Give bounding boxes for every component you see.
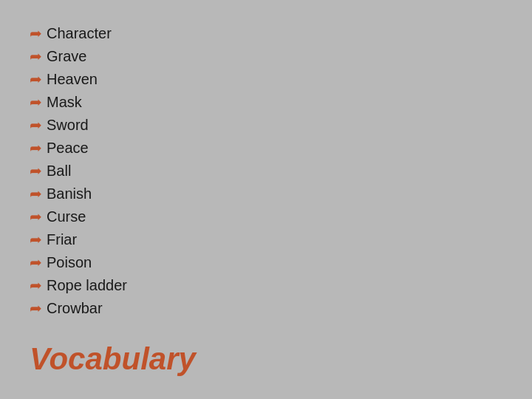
bullet-icon: ➦: [30, 160, 42, 183]
list-item-label: Rope ladder: [47, 274, 127, 297]
list-item-label: Mask: [47, 91, 82, 114]
list-item: ➦Curse: [30, 205, 502, 228]
bullet-icon: ➦: [30, 22, 42, 45]
bullet-icon: ➦: [30, 114, 42, 137]
list-item: ➦Banish: [30, 183, 502, 205]
list-item-label: Poison: [47, 251, 92, 274]
content-area: ➦Character➦Grave➦Heaven➦Mask➦Sword➦Peace…: [30, 22, 502, 328]
list-item-label: Friar: [47, 228, 77, 251]
list-item: ➦Heaven: [30, 68, 502, 91]
slide-container: ➦Character➦Grave➦Heaven➦Mask➦Sword➦Peace…: [0, 0, 532, 399]
bullet-icon: ➦: [30, 137, 42, 160]
list-item-label: Grave: [47, 45, 86, 68]
list-item: ➦Grave: [30, 45, 502, 68]
list-item: ➦Character: [30, 22, 502, 45]
bullet-list: ➦Character➦Grave➦Heaven➦Mask➦Sword➦Peace…: [30, 22, 502, 320]
list-item-label: Sword: [47, 114, 89, 137]
list-item: ➦Friar: [30, 228, 502, 251]
bullet-icon: ➦: [30, 183, 42, 205]
list-item-label: Crowbar: [47, 297, 103, 320]
list-item: ➦Ball: [30, 160, 502, 183]
vocabulary-title: Vocabulary: [30, 341, 196, 376]
list-item: ➦Mask: [30, 91, 502, 114]
bullet-icon: ➦: [30, 68, 42, 91]
bullet-icon: ➦: [30, 274, 42, 297]
list-item: ➦Sword: [30, 114, 502, 137]
list-item-label: Curse: [47, 205, 86, 228]
bullet-icon: ➦: [30, 205, 42, 228]
list-item-label: Banish: [47, 183, 92, 205]
bullet-icon: ➦: [30, 45, 42, 68]
list-item-label: Heaven: [47, 68, 98, 91]
list-item: ➦Rope ladder: [30, 274, 502, 297]
list-item: ➦Crowbar: [30, 297, 502, 320]
list-item: ➦Poison: [30, 251, 502, 274]
bullet-icon: ➦: [30, 228, 42, 251]
vocabulary-section: Vocabulary: [30, 341, 502, 377]
list-item: ➦Peace: [30, 137, 502, 160]
bullet-icon: ➦: [30, 297, 42, 320]
list-item-label: Character: [47, 22, 112, 45]
bullet-icon: ➦: [30, 251, 42, 274]
list-item-label: Peace: [47, 137, 89, 160]
list-item-label: Ball: [47, 160, 71, 183]
bullet-icon: ➦: [30, 91, 42, 114]
